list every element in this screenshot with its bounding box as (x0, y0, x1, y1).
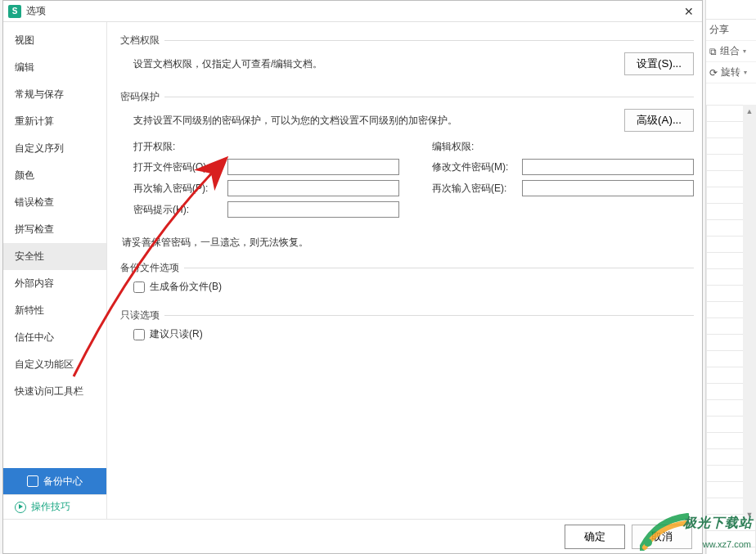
close-icon: ✕ (684, 5, 694, 18)
readonly-checkbox[interactable] (133, 329, 145, 340)
modify-password-label: 修改文件密码(M): (432, 160, 522, 174)
sidebar-item-10[interactable]: 新特性 (3, 297, 106, 324)
app-icon: S (8, 5, 21, 18)
close-button[interactable]: ✕ (676, 1, 702, 22)
password-note: 支持设置不同级别的密码保护，可以为您的文档设置不同级别的加密保护。 (133, 114, 618, 128)
ok-button[interactable]: 确定 (565, 525, 625, 549)
doc-permission-note: 设置文档权限，仅指定人可查看/编辑文档。 (133, 57, 618, 71)
sidebar-item-9[interactable]: 外部内容 (3, 270, 106, 297)
tips-link[interactable]: 操作技巧 (3, 494, 106, 519)
backup-legend: 备份文件选项 (120, 261, 184, 275)
backup-group: 备份文件选项 生成备份文件(B) (122, 261, 694, 299)
play-icon (15, 502, 26, 513)
modify-password-input[interactable] (522, 159, 694, 175)
open-password-input[interactable] (227, 159, 399, 175)
sidebar-item-8[interactable]: 安全性 (3, 243, 106, 270)
password-legend: 密码保护 (120, 90, 164, 104)
sidebar-item-6[interactable]: 错误检查 (3, 189, 106, 216)
backup-checkbox[interactable] (133, 282, 145, 293)
readonly-group: 只读选项 建议只读(R) (122, 309, 694, 346)
readonly-checkbox-label: 建议只读(R) (150, 327, 203, 341)
cancel-button[interactable]: 取消 (632, 525, 692, 549)
sidebar-item-13[interactable]: 快速访问工具栏 (3, 378, 106, 405)
doc-permission-settings-button[interactable]: 设置(S)... (624, 52, 694, 75)
sidebar-item-4[interactable]: 自定义序列 (3, 135, 106, 162)
modify-password-confirm-label: 再次输入密码(E): (432, 182, 522, 196)
sidebar-item-12[interactable]: 自定义功能区 (3, 351, 106, 378)
password-hint-input[interactable] (227, 201, 399, 218)
options-dialog: S 选项 ✕ 视图编辑常规与保存重新计算自定义序列颜色错误检查拼写检查安全性外部… (2, 0, 703, 554)
background-app-strip: 分享 ⧉组合▾ ⟳旋转▾ ▲ ▼ (705, 0, 756, 554)
dialog-title: 选项 (26, 4, 46, 18)
bg-vertical-scrollbar[interactable]: ▲ ▼ (743, 105, 756, 521)
password-warning: 请妥善保管密码，一旦遗忘，则无法恢复。 (122, 232, 694, 261)
doc-permission-group: 文档权限 设置文档权限，仅指定人可查看/编辑文档。 设置(S)... (122, 34, 694, 80)
sidebar-item-5[interactable]: 颜色 (3, 162, 106, 189)
sidebar-item-11[interactable]: 信任中心 (3, 324, 106, 351)
backup-icon (27, 475, 38, 487)
password-advanced-button[interactable]: 高级(A)... (624, 109, 694, 132)
sidebar-item-7[interactable]: 拼写检查 (3, 216, 106, 243)
doc-permission-legend: 文档权限 (120, 34, 164, 47)
sidebar-item-0[interactable]: 视图 (3, 27, 106, 54)
sidebar-item-3[interactable]: 重新计算 (3, 108, 106, 135)
backup-checkbox-label: 生成备份文件(B) (150, 280, 222, 294)
open-password-confirm-label: 再次输入密码(P): (133, 182, 227, 196)
open-permission-header: 打开权限: (133, 140, 399, 154)
sidebar-item-1[interactable]: 编辑 (3, 54, 106, 81)
bg-rotate[interactable]: ⟳旋转▾ (706, 62, 756, 83)
modify-password-confirm-input[interactable] (522, 180, 694, 196)
sidebar-item-2[interactable]: 常规与保存 (3, 81, 106, 108)
dialog-footer: 确定 取消 (3, 519, 702, 553)
sidebar: 视图编辑常规与保存重新计算自定义序列颜色错误检查拼写检查安全性外部内容新特性信任… (3, 22, 107, 519)
titlebar: S 选项 ✕ (3, 1, 702, 22)
content-pane: 文档权限 设置文档权限，仅指定人可查看/编辑文档。 设置(S)... 密码保护 … (107, 22, 702, 519)
tips-label: 操作技巧 (31, 500, 70, 514)
backup-label: 备份中心 (43, 475, 83, 489)
open-password-label: 打开文件密码(O): (133, 160, 227, 174)
bg-group[interactable]: ⧉组合▾ (706, 41, 756, 62)
password-group: 密码保护 支持设置不同级别的密码保护，可以为您的文档设置不同级别的加密保护。 高… (122, 90, 694, 223)
scroll-up-icon[interactable]: ▲ (743, 105, 756, 118)
readonly-legend: 只读选项 (120, 309, 164, 322)
password-hint-label: 密码提示(H): (133, 203, 227, 217)
open-password-confirm-input[interactable] (227, 180, 399, 196)
scroll-down-icon[interactable]: ▼ (743, 508, 756, 521)
bg-share[interactable]: 分享 (706, 20, 756, 41)
edit-permission-header: 编辑权限: (432, 140, 694, 154)
backup-center-button[interactable]: 备份中心 (3, 468, 106, 494)
